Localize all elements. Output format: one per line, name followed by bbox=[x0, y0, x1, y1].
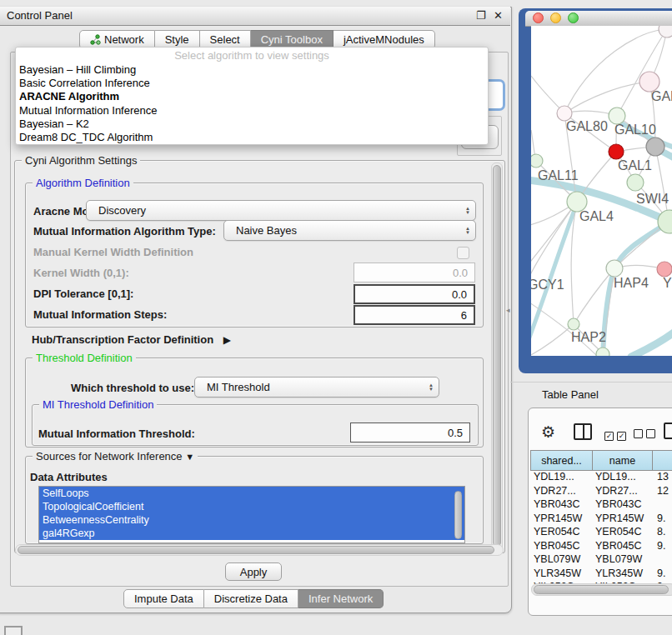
table-cell[interactable]: YBL079W bbox=[531, 553, 593, 568]
sources-group-title[interactable]: Sources for Network Inference ▼ bbox=[33, 450, 198, 462]
mi-steps-field[interactable]: 6 bbox=[354, 305, 475, 325]
table-cell[interactable]: 9. bbox=[653, 540, 672, 554]
table-cell[interactable]: YBR045C bbox=[593, 540, 653, 554]
table-cell[interactable]: YER054C bbox=[531, 526, 593, 540]
table-hscrollbar-track[interactable] bbox=[531, 583, 672, 596]
list-item[interactable]: BetweennessCentrality bbox=[39, 513, 464, 527]
popup-item-bayesian-hill-climbing[interactable]: Bayesian – Hill Climbing bbox=[16, 63, 488, 77]
list-item[interactable]: gal4RGexp bbox=[39, 527, 464, 540]
column-header-name[interactable]: name bbox=[593, 450, 653, 471]
popup-item-mutual-information[interactable]: Mutual Information Inference bbox=[16, 104, 488, 118]
network-node-pink-node[interactable] bbox=[657, 262, 672, 277]
mac-close-button[interactable] bbox=[533, 12, 544, 23]
popup-item-aracne[interactable]: ARACNE Algorithm bbox=[16, 90, 488, 103]
table-cell[interactable]: YBR043C bbox=[531, 498, 593, 512]
table-cell[interactable]: YPR145W bbox=[593, 512, 653, 527]
settings-vscrollbar-track[interactable] bbox=[491, 162, 503, 551]
network-view-titlebar[interactable] bbox=[525, 11, 672, 27]
list-vscrollbar-thumb[interactable] bbox=[454, 491, 462, 539]
mac-minimize-button[interactable] bbox=[550, 12, 561, 23]
close-window-icon[interactable]: ✕ bbox=[494, 9, 503, 22]
table-cell[interactable]: YDL19... bbox=[593, 471, 653, 485]
mac-zoom-button[interactable] bbox=[568, 12, 579, 23]
network-edge[interactable] bbox=[655, 147, 669, 221]
table-row[interactable]: YBR045CYBR045C9. bbox=[531, 540, 672, 554]
popup-item-dream8[interactable]: Dream8 DC_TDC Algorithm bbox=[16, 131, 488, 144]
network-node-node-bottom[interactable] bbox=[596, 348, 609, 356]
table-cell[interactable]: YBR045C bbox=[531, 540, 593, 554]
table-row[interactable]: YLR345WYLR345W9. bbox=[531, 568, 672, 582]
table-cell[interactable]: YLR345W bbox=[531, 568, 593, 582]
popup-item-basic-correlation[interactable]: Basic Correlation Inference bbox=[16, 77, 488, 90]
table-cell[interactable]: YDL19... bbox=[531, 471, 593, 485]
network-node-gray-node[interactable] bbox=[646, 138, 664, 156]
kernel-width-field: 0.0 bbox=[354, 262, 475, 282]
list-item[interactable]: SelfLoops bbox=[39, 487, 464, 500]
table-cell[interactable]: YER054C bbox=[593, 526, 653, 540]
network-node-label: GAL7 bbox=[651, 89, 672, 103]
table-cell[interactable]: YBL079W bbox=[593, 553, 653, 568]
network-node-GAL10[interactable] bbox=[609, 108, 625, 124]
settings-hscrollbar-track[interactable] bbox=[15, 544, 504, 556]
table-cell[interactable]: 12 bbox=[653, 485, 672, 499]
table-row[interactable]: YDL19...YDL19...13 bbox=[531, 471, 672, 485]
network-node-GAL1[interactable] bbox=[627, 174, 644, 191]
network-canvas[interactable]: GAL7GAL80GAL10GAL11GAL1SWI4GAL4GCY1HAP4Y… bbox=[531, 26, 672, 356]
deselect-all-checkboxes-icon[interactable] bbox=[634, 427, 655, 442]
table-row[interactable]: YBR043CYBR043C bbox=[531, 498, 672, 512]
popup-item-bayesian-k2[interactable]: Bayesian – K2 bbox=[16, 118, 488, 131]
network-edge-thick[interactable] bbox=[631, 331, 672, 356]
settings-hscrollbar-thumb[interactable] bbox=[18, 546, 494, 554]
tab-impute-data[interactable]: Impute Data bbox=[123, 589, 204, 608]
new-table-document-icon[interactable] bbox=[664, 422, 672, 439]
tab-discretize-data[interactable]: Discretize Data bbox=[204, 589, 298, 608]
dpi-tolerance-field[interactable]: 0.0 bbox=[354, 284, 475, 304]
table-cell[interactable]: 13 bbox=[653, 471, 672, 485]
table-cell[interactable]: 9. bbox=[653, 512, 672, 527]
select-all-checkboxes-icon[interactable]: ✓✓ bbox=[604, 427, 626, 442]
network-node-selected-node[interactable] bbox=[609, 144, 624, 159]
settings-gear-icon[interactable]: ⚙ bbox=[541, 422, 555, 442]
control-panel-titlebar[interactable] bbox=[0, 7, 510, 26]
column-header-shared-name[interactable]: shared... bbox=[530, 450, 593, 471]
manual-kernel-width-label: Manual Kernel Width Definition bbox=[33, 246, 193, 258]
mi-threshold-field[interactable]: 0.5 bbox=[350, 422, 470, 442]
network-edge[interactable] bbox=[564, 82, 649, 113]
network-node-GAL11[interactable] bbox=[531, 154, 543, 168]
which-threshold-combo[interactable]: MI Threshold ▲▼ bbox=[194, 377, 439, 398]
table-cell[interactable]: 8. bbox=[653, 526, 672, 540]
network-node-HAP4[interactable] bbox=[606, 260, 623, 277]
table-hscrollbar-thumb[interactable] bbox=[534, 585, 669, 594]
float-window-icon[interactable]: ❐ bbox=[476, 9, 486, 22]
tab-infer-network[interactable]: Infer Network bbox=[298, 589, 384, 608]
mi-threshold-group-title: MI Threshold Definition bbox=[39, 398, 157, 411]
apply-button[interactable]: Apply bbox=[225, 562, 282, 581]
table-cell[interactable] bbox=[653, 498, 672, 512]
network-node-node-topright[interactable] bbox=[659, 26, 672, 38]
table-cell[interactable]: YDR27... bbox=[593, 485, 653, 499]
mi-algorithm-type-combo[interactable]: Naive Bayes ▲▼ bbox=[223, 220, 476, 241]
aracne-mode-combo[interactable]: Discovery ▲▼ bbox=[86, 200, 476, 221]
column-layout-icon[interactable] bbox=[574, 423, 592, 440]
table-cell[interactable]: YPR145W bbox=[531, 512, 593, 527]
table-row[interactable]: YER054CYER054C8. bbox=[531, 526, 672, 540]
mi-threshold-label: Mutual Information Threshold: bbox=[38, 428, 195, 440]
data-attributes-list[interactable]: SelfLoops TopologicalCoefficient Between… bbox=[38, 486, 465, 543]
column-header-partial[interactable] bbox=[653, 450, 672, 471]
network-node-HAP2[interactable] bbox=[568, 318, 579, 330]
table-row[interactable]: YDR27...YDR27...12 bbox=[531, 485, 672, 499]
table-cell[interactable]: YDR27... bbox=[531, 485, 593, 499]
table-cell[interactable]: 9. bbox=[653, 568, 672, 582]
aracne-mode-value: Discovery bbox=[87, 204, 460, 217]
table-cell[interactable] bbox=[653, 553, 672, 568]
table-row[interactable]: YPR145WYPR145W9. bbox=[531, 512, 672, 527]
list-item[interactable]: TopologicalCoefficient bbox=[39, 500, 464, 513]
table-cell[interactable]: YBR043C bbox=[593, 498, 653, 512]
settings-vscrollbar-thumb[interactable] bbox=[493, 165, 501, 547]
panel-divider-grip[interactable]: ◂ bbox=[506, 305, 514, 315]
table-cell[interactable]: YLR345W bbox=[593, 568, 653, 582]
network-edge[interactable] bbox=[531, 324, 574, 355]
hub-definition-toggle[interactable]: Hub/Transcription Factor Definition ▶ bbox=[32, 333, 231, 346]
minimized-panel-chip[interactable] bbox=[4, 626, 23, 635]
table-row[interactable]: YBL079WYBL079W bbox=[531, 553, 672, 568]
